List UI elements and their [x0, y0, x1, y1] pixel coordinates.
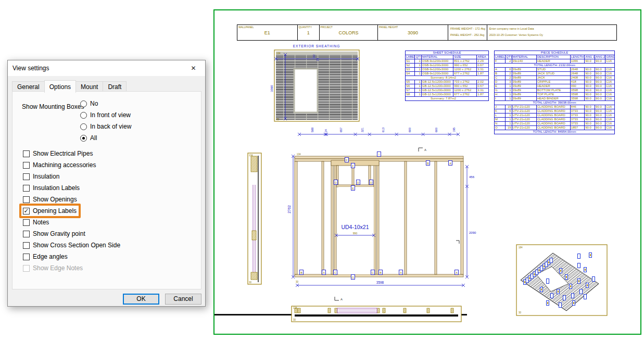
ok-button[interactable]: OK	[123, 294, 159, 305]
chain-dim-value: 588	[311, 128, 314, 132]
iso-piece-marker	[592, 277, 595, 282]
iso-piece-marker	[578, 263, 580, 268]
svg-text:E: E	[352, 187, 354, 190]
svg-text:134: 134	[249, 154, 253, 157]
checkbox-label: Notes	[33, 219, 49, 226]
checkbox-label: Show Electrical Pipes	[33, 150, 93, 157]
checkbox-row-insulation-labels[interactable]: Insulation Labels	[23, 183, 80, 193]
tab-options[interactable]: Options	[44, 80, 76, 93]
radio-option-in-front-of-view[interactable]: In front of view	[80, 110, 131, 120]
checkbox-label: Show Cross Section Open Side	[33, 242, 120, 249]
dimension-chain: 58824657321613600600195	[298, 128, 460, 136]
svg-text:C: C	[372, 271, 374, 274]
checkbox-icon[interactable]	[23, 219, 30, 226]
radio-icon[interactable]	[80, 112, 87, 119]
checkbox-icon[interactable]	[23, 185, 30, 192]
svg-text:134: 134	[297, 153, 301, 156]
radio-icon[interactable]	[80, 100, 87, 107]
piece-label-B: B	[300, 270, 304, 275]
title-block-cell: FRAME WEIGHT - 172.4kgPANEL WEIGHT - 252…	[448, 25, 487, 40]
dim-456: 456	[469, 175, 475, 179]
piece-label-C: C	[371, 270, 375, 275]
frame-timber	[295, 156, 463, 277]
piece-label-A: A	[449, 161, 452, 166]
svg-text:30: 30	[296, 281, 299, 283]
cancel-button[interactable]: Cancel	[165, 294, 201, 305]
checkbox-row-show-cross-section-open-side[interactable]: Show Cross Section Open Side	[23, 241, 120, 250]
exterior-sheathing-view: EXTERIOR SHEATHING 3090 312 24 134 30	[270, 44, 359, 121]
checkbox-row-show-edge-notes: Show Edge Notes	[23, 263, 83, 273]
mounting-boxes-label: Show Mounting Boxes	[22, 103, 84, 110]
checkbox-icon[interactable]	[23, 254, 30, 260]
section-mark-top	[419, 148, 423, 151]
isometric-view: 184 30	[516, 245, 607, 315]
iso-piece-marker	[559, 303, 562, 308]
svg-text:312: 312	[313, 54, 315, 58]
checkbox-label: Show Edge Notes	[33, 264, 83, 272]
svg-text:A: A	[424, 148, 426, 151]
svg-text:B: B	[427, 162, 429, 165]
checkbox-row-machining-accessories[interactable]: Machining accessories	[23, 160, 96, 170]
radio-label: In back of view	[90, 123, 131, 130]
dim-3598: 3598	[376, 281, 384, 284]
svg-text:24: 24	[317, 58, 319, 61]
dialog-titlebar[interactable]: View settings ✕	[8, 60, 205, 76]
radio-selected-icon[interactable]	[80, 135, 87, 142]
title-block-cell: PANEL HEIGHT3090	[377, 25, 448, 40]
svg-text:B: B	[380, 271, 382, 274]
checkbox-label: Opening Labels	[33, 207, 77, 214]
svg-text:30: 30	[519, 311, 522, 314]
close-icon[interactable]: ✕	[182, 61, 205, 76]
radio-label: All	[90, 134, 97, 142]
checkbox-checked-icon[interactable]: ✓	[23, 208, 30, 214]
checkbox-label: Insulation Labels	[33, 184, 80, 192]
checkbox-row-notes[interactable]: Notes	[23, 218, 49, 227]
side-section-view: 134 30	[248, 153, 261, 284]
checkbox-row-show-gravity-point[interactable]: Show Gravity point	[23, 229, 85, 238]
view-settings-dialog: View settings ✕ GeneralOptionsMountDraft…	[7, 60, 206, 307]
radio-icon[interactable]	[80, 123, 87, 130]
chain-dim-value: 321	[361, 128, 364, 132]
checkbox-icon[interactable]	[23, 162, 30, 169]
iso-piece-marker	[584, 295, 587, 299]
checkbox-icon[interactable]	[23, 196, 30, 203]
checkbox-icon[interactable]	[23, 150, 30, 157]
frame-door-opening	[338, 187, 374, 274]
chain-dim-value: 613	[382, 128, 385, 132]
checkbox-row-opening-labels[interactable]: ✓Opening Labels	[23, 206, 77, 216]
checkbox-label: Edge angles	[33, 253, 68, 260]
checkbox-icon[interactable]	[23, 231, 30, 237]
radio-option-no[interactable]: No	[80, 99, 98, 108]
dim-2762: 2762	[287, 205, 291, 213]
dialog-title: View settings	[8, 65, 182, 72]
opening-width: 990	[353, 232, 358, 235]
iso-piece-marker	[563, 296, 566, 300]
chain-dim-value: 600	[408, 128, 411, 132]
checkbox-icon[interactable]	[23, 242, 30, 249]
checkbox-row-edge-angles[interactable]: Edge angles	[23, 252, 68, 261]
application-window: EXTERIOR SHEATHING 3090 312 24 134 30 58	[0, 0, 644, 341]
frame-dim-lines	[292, 155, 469, 287]
radio-option-all[interactable]: All	[80, 133, 97, 143]
piece-schedule-table: PIECE SCHEDULELABELQTYMATERIALDESCRIPTIO…	[494, 50, 615, 134]
dialog-tab-panel: Show Mounting Boxes NoIn front of viewIn…	[12, 91, 201, 289]
checkbox-row-insulation[interactable]: Insulation	[23, 172, 59, 181]
sheet-schedule-table: SHEET SCHEDULELABELQTYMATERIALSIZEAREAS1…	[405, 50, 489, 101]
svg-text:D: D	[357, 181, 359, 184]
frame-elevation-view: UD4-10x21 990 2762 456 2090 3598 A	[287, 148, 476, 301]
checkbox-row-show-openings[interactable]: Show Openings	[23, 195, 77, 204]
radio-label: No	[90, 100, 98, 107]
svg-text:30: 30	[293, 319, 296, 321]
svg-text:134: 134	[276, 52, 281, 55]
radio-option-in-back-of-view[interactable]: In back of view	[80, 122, 131, 131]
checkbox-row-show-electrical-pipes[interactable]: Show Electrical Pipes	[23, 149, 93, 158]
checkbox-label: Show Gravity point	[33, 230, 85, 237]
view-title: EXTERIOR SHEATHING	[293, 44, 340, 48]
svg-text:B: B	[300, 271, 302, 274]
iso-piece-marker	[572, 294, 574, 298]
svg-text:A: A	[323, 271, 325, 274]
piece-label-B: B	[426, 161, 430, 166]
checkbox-icon[interactable]	[23, 173, 30, 180]
radio-label: In front of view	[90, 111, 131, 119]
chain-dim-value: 600	[435, 128, 438, 132]
